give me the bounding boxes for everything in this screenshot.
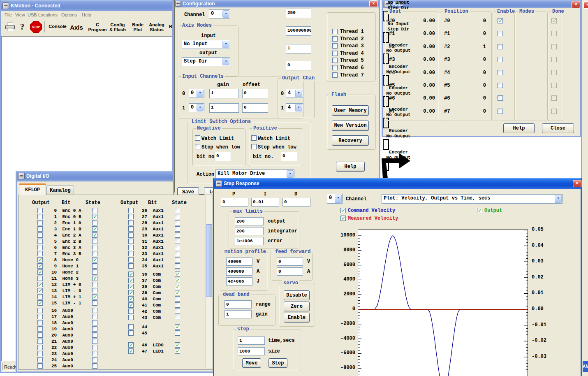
digio-bit-40-output-checkbox[interactable] [128, 296, 134, 302]
digio-bit-27-state-checkbox[interactable] [175, 214, 180, 219]
digio-bit-23-state-checkbox[interactable] [92, 351, 97, 356]
axis-4-done-checkbox[interactable] [551, 70, 557, 75]
background-close-icon[interactable]: × [583, 1, 588, 9]
digio-bit-41-output-checkbox[interactable] [128, 302, 134, 308]
action-select-dropdown-arrow-icon[interactable]: ▼ [287, 170, 294, 178]
axis-2-enable-checkbox[interactable] [498, 44, 503, 49]
input-channel-1-select[interactable]: 0▼ [189, 103, 204, 112]
digio-bit-2-state-checkbox[interactable] [92, 220, 97, 225]
config-field-lead[interactable]: 0 [286, 61, 311, 70]
digio-bit-33-state-checkbox[interactable] [175, 251, 180, 256]
digio-bit-40-state-checkbox[interactable] [175, 296, 180, 302]
digio-scrollbar[interactable] [205, 195, 212, 368]
motion-profile-group-J-field[interactable]: 4e+006 [226, 277, 252, 285]
printer-icon[interactable] [5, 23, 14, 31]
digio-bit-37-state-checkbox[interactable] [175, 278, 180, 283]
digio-bit-1-output-checkbox[interactable] [37, 214, 43, 219]
digio-bit-34-state-checkbox[interactable] [175, 257, 180, 262]
digio-bit-19-output-checkbox[interactable] [37, 326, 43, 332]
digio-bit-1-state-checkbox[interactable] [92, 214, 97, 219]
legend-command-velocity-checkbox[interactable] [340, 208, 346, 213]
digio-bit-31-state-checkbox[interactable] [175, 239, 180, 244]
digio-bit-4-output-checkbox[interactable] [37, 232, 43, 238]
dead-band-group-gain-field[interactable]: 1 [225, 310, 252, 318]
digio-bit-17-state-checkbox[interactable] [92, 314, 97, 319]
digio-bit-33-output-checkbox[interactable] [128, 251, 134, 256]
axis-5-done-checkbox[interactable] [551, 83, 557, 88]
digio-bit-13-state-checkbox[interactable] [92, 288, 97, 293]
plot-type-select-dropdown-arrow-icon[interactable]: ▼ [555, 195, 562, 203]
axis-modes-output-select[interactable]: Step Dir▼ [182, 57, 230, 66]
digio-bit-32-state-checkbox[interactable] [175, 245, 180, 250]
digio-bit-6-output-checkbox[interactable] [37, 245, 43, 250]
digio-bit-44-output-checkbox[interactable] [128, 324, 134, 330]
digio-bit-18-output-checkbox[interactable] [37, 320, 43, 325]
axis-3-enable-checkbox[interactable] [498, 57, 503, 62]
input-channel-1-gain[interactable]: 1 [209, 103, 239, 113]
digio-bit-43-output-checkbox[interactable] [128, 315, 134, 320]
digio-bit-19-state-checkbox[interactable] [92, 326, 97, 332]
digio-bit-14-output-checkbox[interactable] [37, 294, 43, 299]
output-chan-0-select-dropdown-arrow-icon[interactable]: ▼ [295, 90, 302, 97]
limit-negative-bit-field[interactable]: 0 [215, 152, 231, 161]
step-button[interactable]: Step [269, 358, 287, 368]
axis-modes-input-select[interactable]: No Input▼ [182, 40, 230, 49]
input-channel-0-offset[interactable]: 0 [242, 89, 268, 98]
digio-bit-21-output-checkbox[interactable] [37, 339, 43, 344]
digio-bit-3-output-checkbox[interactable] [37, 226, 43, 232]
max-limits-group-error-field[interactable]: 1e+006 [235, 237, 264, 245]
digio-bit-16-output-checkbox[interactable] [37, 308, 43, 313]
pid-i-field[interactable]: 0.01 [251, 198, 279, 207]
digio-bit-15-output-checkbox[interactable] [37, 300, 43, 306]
feed-forward-group-A-field[interactable]: 0 [277, 267, 303, 276]
servo-disable-button[interactable]: Disable [284, 290, 310, 300]
digio-bit-7-state-checkbox[interactable] [92, 251, 97, 256]
menu-usb-locations[interactable]: USB Locations [28, 12, 58, 17]
digio-bit-45-output-checkbox[interactable] [128, 330, 134, 336]
digio-bit-45-state-checkbox[interactable] [175, 330, 180, 336]
menu-view[interactable]: View [15, 12, 25, 17]
flash-recovery-button[interactable]: Recovery [332, 135, 369, 146]
digio-bit-36-output-checkbox[interactable] [128, 272, 134, 277]
axis-2-done-checkbox[interactable] [551, 44, 557, 49]
feed-forward-group-V-field[interactable]: 0 [277, 258, 303, 266]
digio-bit-30-output-checkbox[interactable] [128, 232, 134, 238]
axis-help-button[interactable]: Help [503, 123, 535, 133]
config-field-inv-dist-per[interactable]: 1 [286, 44, 311, 53]
digio-bit-6-state-checkbox[interactable] [92, 245, 97, 250]
input-channel-0-select-dropdown-arrow-icon[interactable]: ▼ [197, 90, 204, 97]
digio-bit-10-output-checkbox[interactable] [37, 269, 43, 275]
digio-bit-10-state-checkbox[interactable] [92, 269, 97, 275]
digio-bit-5-state-checkbox[interactable] [92, 239, 97, 244]
digio-bit-0-state-checkbox[interactable] [92, 208, 97, 213]
digio-bit-29-state-checkbox[interactable] [175, 226, 180, 232]
output-chan-0-select[interactable]: 4▼ [286, 89, 303, 98]
toolbar-button-bode-plot[interactable]: BodePlot [130, 22, 146, 32]
axis-6-enable-checkbox[interactable] [498, 95, 503, 101]
digio-bit-16-state-checkbox[interactable] [92, 308, 97, 313]
digio-bit-36-state-checkbox[interactable] [175, 272, 180, 277]
digio-bit-42-output-checkbox[interactable] [128, 309, 134, 314]
digio-bit-37-output-checkbox[interactable] [128, 278, 134, 283]
digio-bit-18-state-checkbox[interactable] [92, 320, 97, 325]
digio-bit-38-output-checkbox[interactable] [128, 284, 134, 289]
digio-bit-22-state-checkbox[interactable] [92, 345, 97, 350]
digio-bit-30-state-checkbox[interactable] [175, 232, 180, 238]
digio-bit-47-state-checkbox[interactable] [175, 348, 180, 354]
config-channel-select[interactable]: 0▼ [209, 9, 230, 19]
digio-bit-11-state-checkbox[interactable] [92, 276, 97, 281]
digio-bit-22-output-checkbox[interactable] [37, 345, 43, 350]
digio-bit-43-state-checkbox[interactable] [175, 315, 180, 320]
digio-bit-39-state-checkbox[interactable] [175, 290, 180, 295]
digio-bit-2-output-checkbox[interactable] [37, 220, 43, 225]
digio-bit-20-state-checkbox[interactable] [92, 332, 97, 338]
limit-negative-stop-checkbox[interactable] [195, 144, 200, 149]
axis-6-done-checkbox[interactable] [551, 95, 557, 101]
config-field-microstepper[interactable]: 250 [286, 9, 311, 18]
digio-bit-26-state-checkbox[interactable] [175, 208, 180, 213]
axis-7-done-checkbox[interactable] [551, 109, 557, 114]
digio-bit-34-output-checkbox[interactable] [128, 257, 134, 262]
digio-bit-38-state-checkbox[interactable] [175, 284, 180, 289]
digio-bit-26-output-checkbox[interactable] [128, 208, 134, 213]
axis-1-done-checkbox[interactable] [551, 31, 557, 36]
